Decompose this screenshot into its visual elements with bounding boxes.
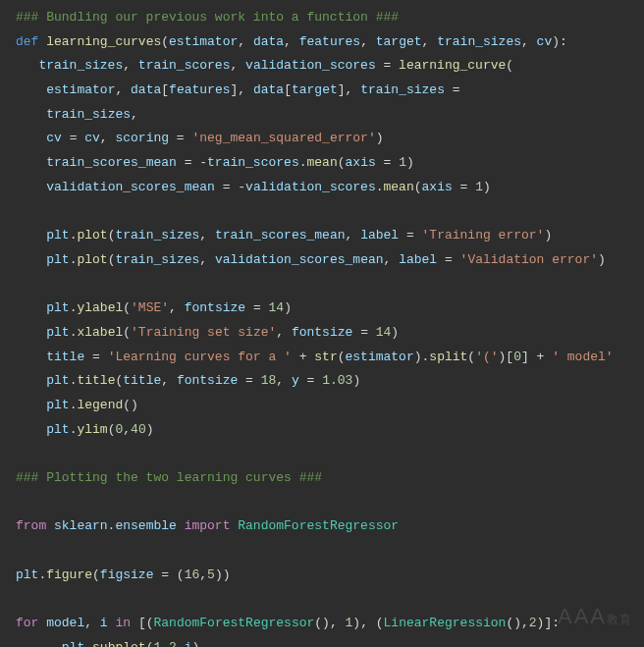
code-line: ### Plotting the two learning curves ### bbox=[0, 466, 644, 491]
code-token: () bbox=[123, 398, 138, 412]
code-token: '(' bbox=[475, 350, 498, 364]
code-line: plt.title(title, fontsize = 18, y = 1.03… bbox=[0, 369, 644, 394]
code-token: ' model' bbox=[552, 350, 613, 364]
code-token: 1.03 bbox=[322, 373, 352, 388]
code-token: RandomForestRegressor bbox=[238, 518, 399, 533]
code-line: plt.ylim(0,40) bbox=[0, 418, 644, 443]
code-token: ### Bundling our previous work into a fu… bbox=[16, 10, 399, 25]
code-token: = ( bbox=[153, 567, 184, 582]
code-line: estimator, data[features], data[target],… bbox=[0, 79, 644, 103]
code-token: = bbox=[238, 373, 260, 388]
code-token: train_scores bbox=[138, 58, 231, 73]
code-token: 14 bbox=[376, 325, 392, 340]
code-token: , bbox=[123, 422, 131, 437]
code-line: plt.figure(figsize = (16,5)) bbox=[0, 564, 644, 588]
code-token: train_sizes bbox=[115, 252, 199, 267]
code-token: data bbox=[253, 34, 284, 49]
code-token: . bbox=[299, 155, 307, 170]
code-token: , bbox=[100, 131, 116, 145]
code-token: 40 bbox=[131, 422, 146, 437]
code-token: , bbox=[161, 640, 169, 647]
code-token: features bbox=[299, 34, 360, 49]
code-token: ) bbox=[376, 131, 384, 145]
code-token: , bbox=[276, 373, 292, 388]
code-token: [( bbox=[138, 616, 154, 630]
code-token: fontsize bbox=[177, 373, 238, 388]
code-line bbox=[0, 273, 644, 297]
code-token: 'MSE' bbox=[131, 300, 169, 315]
code-token: ( bbox=[506, 58, 513, 73]
code-token: import bbox=[177, 518, 238, 533]
code-token: , bbox=[230, 58, 245, 73]
code-token: ) bbox=[192, 640, 200, 647]
code-token: mean bbox=[384, 180, 414, 194]
code-token: plot bbox=[77, 252, 107, 267]
code-token: = bbox=[352, 325, 375, 340]
code-token: train_sizes bbox=[360, 82, 445, 97]
code-token: 5 bbox=[207, 567, 215, 582]
code-token: fontsize bbox=[292, 325, 352, 340]
code-token: + bbox=[292, 350, 314, 364]
code-token: target bbox=[292, 82, 338, 97]
code-token: validation_scores bbox=[245, 180, 376, 194]
code-token: validation_scores_mean bbox=[215, 252, 384, 267]
code-token: validation_scores_mean bbox=[46, 180, 215, 194]
code-token: train_sizes bbox=[46, 107, 131, 122]
code-line bbox=[0, 491, 644, 515]
code-token: from bbox=[16, 518, 54, 533]
code-token: 'Training error' bbox=[422, 228, 545, 243]
code-line: train_sizes, train_scores, validation_sc… bbox=[0, 54, 644, 79]
code-token: ) bbox=[146, 422, 154, 437]
code-token: estimator bbox=[46, 82, 115, 97]
code-token: ], bbox=[338, 82, 360, 97]
code-token: ) bbox=[391, 325, 399, 340]
code-token: ( bbox=[123, 300, 131, 315]
code-token: )[ bbox=[499, 350, 514, 364]
code-token: mean bbox=[307, 155, 338, 170]
code-line bbox=[0, 200, 644, 225]
code-token: ) bbox=[598, 252, 606, 267]
code-token: . bbox=[376, 180, 384, 194]
code-line: train_sizes, bbox=[0, 103, 644, 128]
code-line: from sklearn.ensemble import RandomFores… bbox=[0, 514, 644, 539]
code-token: LinearRegression bbox=[384, 616, 507, 630]
code-token: 2 bbox=[169, 640, 177, 647]
code-token: 14 bbox=[269, 300, 285, 315]
code-token: xlabel bbox=[77, 325, 123, 340]
code-token: , bbox=[521, 34, 537, 49]
code-token: train_scores bbox=[207, 155, 299, 170]
code-token: target bbox=[376, 34, 422, 49]
code-token: y bbox=[292, 373, 299, 388]
code-token: title bbox=[123, 373, 161, 388]
code-token: axis bbox=[346, 155, 376, 170]
code-token: ( bbox=[123, 325, 131, 340]
code-token: , bbox=[177, 640, 185, 647]
code-token: ( bbox=[467, 350, 475, 364]
code-token: 'Learning curves for a ' bbox=[108, 350, 292, 364]
code-token: figsize bbox=[100, 567, 154, 582]
code-token: data bbox=[131, 82, 161, 97]
code-token: features bbox=[169, 82, 230, 97]
code-token: estimator bbox=[169, 34, 238, 49]
code-token: RandomForestRegressor bbox=[153, 616, 314, 630]
code-token: , bbox=[123, 58, 138, 73]
code-line: title = 'Learning curves for a ' + str(e… bbox=[0, 346, 644, 370]
code-token: 'Training set size' bbox=[131, 325, 276, 340]
code-token: = bbox=[399, 228, 421, 243]
code-token: cv bbox=[46, 131, 62, 145]
code-token: ( bbox=[161, 34, 169, 49]
code-token: i bbox=[100, 616, 108, 630]
code-token: plt bbox=[62, 640, 84, 647]
code-token: , bbox=[422, 34, 438, 49]
code-token: split bbox=[429, 350, 467, 364]
code-token: ). bbox=[414, 350, 430, 364]
code-token: , bbox=[276, 325, 292, 340]
code-token: plt bbox=[46, 398, 69, 412]
code-token: ], bbox=[231, 82, 253, 97]
code-line: def learning_curves(estimator, data, fea… bbox=[0, 30, 644, 55]
code-line: train_scores_mean = -train_scores.mean(a… bbox=[0, 151, 644, 176]
code-token: train_sizes bbox=[115, 228, 199, 243]
code-line bbox=[0, 588, 644, 613]
code-line: plt.legend() bbox=[0, 394, 644, 418]
code-line: plt.plot(train_sizes, train_scores_mean,… bbox=[0, 224, 644, 248]
